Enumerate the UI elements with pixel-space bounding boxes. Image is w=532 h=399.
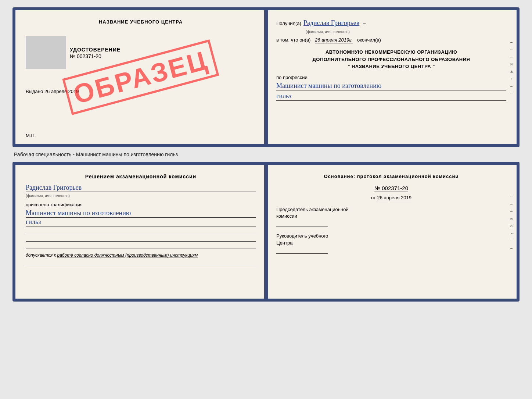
empty-line-4 <box>26 261 256 265</box>
org-name: " НАЗВАНИЕ УЧЕБНОГО ЦЕНТРА " <box>276 63 506 70</box>
vydano-line: Выдано 26 апреля 2019 <box>26 89 256 94</box>
cert-left-title: НАЗВАНИЕ УЧЕБНОГО ЦЕНТРА <box>26 19 256 25</box>
org-line2: ДОПОЛНИТЕЛЬНОГО ПРОФЕССИОНАЛЬНОГО ОБРАЗО… <box>276 56 506 63</box>
vtom-label: в том, что он(а) <box>276 37 310 43</box>
poluchil-line: Получил(а) Радислав Григорьев – <box>276 19 506 27</box>
cert-right-panel: Получил(а) Радислав Григорьев – (фамилия… <box>266 10 517 144</box>
rukovoditel-label: Руководитель учебного Центра <box>276 233 506 246</box>
ot-label: от <box>371 195 376 200</box>
prisvoena-label: присвоена квалификация <box>26 202 256 207</box>
dopuskaetsya-label: допускается к <box>26 253 56 258</box>
mp-label: М.П. <box>26 133 36 138</box>
bottom-right-panel: Основание: протокол экзаменационной коми… <box>266 165 517 299</box>
udost-number: № 002371-20 <box>70 53 256 59</box>
po-professii-label: по профессии <box>276 75 506 80</box>
org-line1: АВТОНОМНУЮ НЕКОММЕРЧЕСКУЮ ОРГАНИЗАЦИЮ <box>276 49 506 56</box>
empty-line-1 <box>26 230 256 234</box>
bottom-name-caption: (фамилия, имя, отчество) <box>26 194 70 198</box>
protocol-date: 26 апреля 2019 <box>377 195 412 201</box>
bottom-profession-line2: гильз <box>26 218 256 227</box>
predsedatel-block: Председатель экзаменационной комиссии <box>276 206 506 227</box>
profession-line1: Машинист машины по изготовлению <box>276 82 506 90</box>
cert-left-panel: НАЗВАНИЕ УЧЕБНОГО ЦЕНТРА УДОСТОВЕРЕНИЕ №… <box>15 10 266 144</box>
vydano-label: Выдано <box>26 89 43 94</box>
empty-line-2 <box>26 237 256 242</box>
bottom-right-marks: – – – и а ← – – <box>510 194 514 250</box>
vydano-date: 26 апреля 2019 <box>44 89 79 94</box>
completion-date: 26 апреля 2019г. <box>315 37 353 43</box>
name-caption-top: (фамилия, имя, отчество) <box>306 30 350 34</box>
predsedatel-signature-line <box>276 222 328 227</box>
empty-line-3 <box>26 245 256 249</box>
protocol-number: № 002371-20 <box>374 185 408 192</box>
profession-line2: гильз <box>276 92 506 101</box>
udostoverenie-block: УДОСТОВЕРЕНИЕ № 002371-20 <box>70 47 256 59</box>
udost-label: УДОСТОВЕРЕНИЕ <box>70 47 256 53</box>
vtom-line: в том, что он(а) 26 апреля 2019г. окончи… <box>276 37 506 43</box>
rukovoditel-block: Руководитель учебного Центра <box>276 233 506 253</box>
specialty-label: Рабочая специальность - Машинист машины … <box>12 152 178 157</box>
protocol-number-block: № 002371-20 <box>276 185 506 195</box>
top-certificate: НАЗВАНИЕ УЧЕБНОГО ЦЕНТРА УДОСТОВЕРЕНИЕ №… <box>12 7 520 147</box>
okonchil-label: окончил(а) <box>357 37 381 43</box>
predsedatel-label: Председатель экзаменационной комиссии <box>276 206 506 220</box>
bottom-profession-line1: Машинист машины по изготовлению <box>26 209 256 218</box>
photo-placeholder <box>26 36 66 69</box>
bottom-certificate: Решением экзаменационной комиссии Радисл… <box>12 162 520 302</box>
rukovoditel-signature-line <box>276 249 328 254</box>
bottom-left-panel: Решением экзаменационной комиссии Радисл… <box>15 165 266 299</box>
ot-date-line: от 26 апреля 2019 <box>276 195 506 200</box>
poluchil-label: Получил(а) <box>276 21 301 26</box>
dopusk-text: работе согласно должностным (производств… <box>57 253 198 258</box>
osnovanie-title: Основание: протокол экзаменационной коми… <box>276 174 506 179</box>
bottom-recipient-name: Радислав Григорьев <box>26 184 256 192</box>
dopuskaetsya-block: допускается к работе согласно должностны… <box>26 253 256 258</box>
recipient-name: Радислав Григорьев <box>303 19 359 27</box>
right-marks: – – – и а ← – – <box>510 40 514 96</box>
org-block: АВТОНОМНУЮ НЕКОММЕРЧЕСКУЮ ОРГАНИЗАЦИЮ ДО… <box>276 49 506 70</box>
resheniem-title: Решением экзаменационной комиссии <box>26 174 256 179</box>
